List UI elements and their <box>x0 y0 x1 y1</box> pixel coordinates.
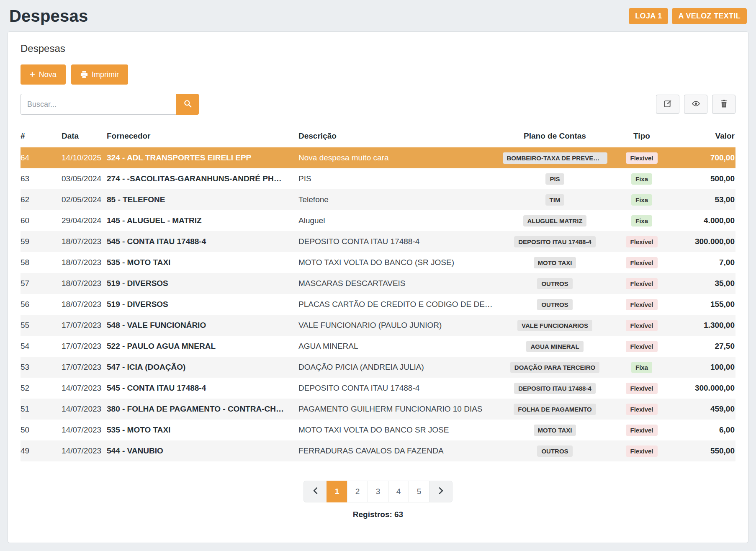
actions-row: + Nova Imprimir <box>21 64 735 85</box>
table-row[interactable]: 6414/10/2025324 - ADL TRANSPORTES EIRELI… <box>21 147 735 168</box>
page-button-3[interactable]: 3 <box>368 481 388 502</box>
row-supplier: 535 - MOTO TAXI <box>107 421 298 439</box>
page-title: Despesas <box>9 7 88 26</box>
prev-page-button[interactable] <box>303 481 327 502</box>
table-row[interactable]: 6303/05/2024274 - -SACOLITAS-GARANHUNS-A… <box>21 168 735 189</box>
company-badge[interactable]: A VELOZ TEXTIL <box>672 8 747 24</box>
table-header: # Data Fornecedor Descrição Plano de Con… <box>21 127 735 147</box>
despesas-card: Despesas + Nova Imprimir <box>8 31 748 543</box>
row-supplier: 545 - CONTA ITAU 17488-4 <box>107 232 298 251</box>
page-button-4[interactable]: 4 <box>388 481 409 502</box>
type-badge: Flexível <box>626 341 657 352</box>
chevron-right-icon <box>439 487 443 496</box>
row-date: 02/05/2024 <box>62 191 107 209</box>
table-row[interactable]: 5114/07/2023380 - FOLHA DE PAGAMENTO - C… <box>21 399 735 420</box>
table-row[interactable]: 6202/05/202485 - TELEFONETelefoneTIMFixa… <box>21 189 735 210</box>
page-button-5[interactable]: 5 <box>409 481 429 502</box>
row-value: 100,00 <box>673 358 735 376</box>
plan-badge: ALUGUEL MATRIZ <box>523 215 587 227</box>
table-row[interactable]: 5718/07/2023519 - DIVERSOSMASCARAS DESCA… <box>21 273 735 294</box>
row-supplier: 545 - CONTA ITAU 17488-4 <box>107 379 298 397</box>
edit-button[interactable] <box>656 95 679 114</box>
row-value: 27,50 <box>673 337 735 355</box>
search-input[interactable] <box>21 94 176 115</box>
expenses-table: # Data Fornecedor Descrição Plano de Con… <box>21 127 735 461</box>
row-date: 14/07/2023 <box>62 379 107 397</box>
trash-icon <box>720 100 728 109</box>
row-value: 550,00 <box>673 442 735 460</box>
store-badge[interactable]: LOJA 1 <box>629 8 668 24</box>
row-description: PAGAMENTO GUILHERM FUNCIONARIO 10 DIAS <box>298 400 499 418</box>
row-description: DOAÇÃO P/ICIA (ANDREIA JULIA) <box>298 358 499 376</box>
col-header-id: # <box>21 127 62 147</box>
row-id: 57 <box>21 274 62 293</box>
row-supplier: 519 - DIVERSOS <box>107 274 298 293</box>
table-row[interactable]: 5317/07/2023547 - ICIA (DOAÇÃO)DOAÇÃO P/… <box>21 357 735 378</box>
row-id: 55 <box>21 316 62 335</box>
row-value: 500,00 <box>673 170 735 188</box>
view-button[interactable] <box>684 95 707 114</box>
nova-button[interactable]: + Nova <box>21 64 66 85</box>
row-date: 03/05/2024 <box>62 170 107 188</box>
row-id: 64 <box>21 149 62 167</box>
type-badge: Fixa <box>631 362 652 373</box>
type-badge: Flexível <box>626 320 657 331</box>
row-id: 59 <box>21 232 62 251</box>
table-row[interactable]: 5014/07/2023535 - MOTO TAXIMOTO TAXI VOL… <box>21 420 735 440</box>
page-button-2[interactable]: 2 <box>347 481 368 502</box>
type-badge: Flexível <box>626 278 657 289</box>
col-header-supplier: Fornecedor <box>107 127 298 147</box>
row-id: 54 <box>21 337 62 355</box>
table-body: 6414/10/2025324 - ADL TRANSPORTES EIRELI… <box>21 147 735 461</box>
type-badge: Fixa <box>631 173 652 185</box>
plan-badge: MOTO TAXI <box>534 425 576 436</box>
plan-badge: DEPOSITO ITAU 17488-4 <box>514 383 596 394</box>
row-value: 7,00 <box>673 253 735 272</box>
table-row[interactable]: 5417/07/2023522 - PAULO AGUA MNERALAGUA … <box>21 336 735 357</box>
row-description: MOTO TAXI VOLTA DO BANCO SR JOSE <box>298 421 499 439</box>
type-badge: Fixa <box>631 215 652 227</box>
col-header-plan: Plano de Contas <box>499 127 610 147</box>
row-description: AGUA MINERAL <box>298 337 499 355</box>
row-description: PLACAS CARTÃO DE CREDITO E CODIGO DE DEF… <box>298 295 499 314</box>
row-value: 700,00 <box>673 149 735 167</box>
table-row[interactable]: 5618/07/2023519 - DIVERSOSPLACAS CARTÃO … <box>21 294 735 315</box>
row-action-icons <box>656 95 735 114</box>
plan-badge: OUTROS <box>537 445 572 457</box>
row-date: 14/07/2023 <box>62 400 107 418</box>
row-date: 18/07/2023 <box>62 295 107 314</box>
row-id: 62 <box>21 191 62 209</box>
row-value: 300.000,00 <box>673 232 735 251</box>
search-button[interactable] <box>176 94 199 115</box>
row-value: 35,00 <box>673 274 735 293</box>
row-description: MOTO TAXI VOLTA DO BANCO (SR JOSE) <box>298 253 499 272</box>
type-badge: Flexível <box>626 425 657 436</box>
chevron-left-icon <box>313 487 318 496</box>
row-value: 459,00 <box>673 400 735 418</box>
table-row[interactable]: 5918/07/2023545 - CONTA ITAU 17488-4DEPO… <box>21 231 735 252</box>
next-page-button[interactable] <box>429 481 453 502</box>
table-row[interactable]: 5214/07/2023545 - CONTA ITAU 17488-4DEPO… <box>21 378 735 399</box>
type-badge: Flexível <box>626 445 657 457</box>
row-supplier: 324 - ADL TRANSPORTES EIRELI EPP <box>107 149 298 167</box>
row-id: 49 <box>21 442 62 460</box>
table-row[interactable]: 4914/07/2023544 - VANUBIOFERRADURAS CAVA… <box>21 440 735 461</box>
plan-badge: MOTO TAXI <box>534 257 576 268</box>
row-date: 14/10/2025 <box>62 149 107 167</box>
table-row[interactable]: 5517/07/2023548 - VALE FUNCIONÁRIOVALE F… <box>21 315 735 336</box>
row-date: 17/07/2023 <box>62 316 107 335</box>
plan-badge: BOMBEIRO-TAXA DE PREVEN ... <box>503 152 607 164</box>
col-header-date: Data <box>62 127 107 147</box>
row-supplier: 380 - FOLHA DE PAGAMENTO - CONTRA-CH… <box>107 400 298 418</box>
row-supplier: 548 - VALE FUNCIONÁRIO <box>107 316 298 335</box>
row-description: Telefone <box>298 191 499 209</box>
plan-badge: PIS <box>545 173 564 185</box>
table-row[interactable]: 5818/07/2023535 - MOTO TAXIMOTO TAXI VOL… <box>21 252 735 273</box>
row-id: 63 <box>21 170 62 188</box>
page-button-1[interactable]: 1 <box>327 481 347 502</box>
imprimir-button[interactable]: Imprimir <box>71 64 128 85</box>
delete-button[interactable] <box>712 95 735 114</box>
table-row[interactable]: 6029/04/2024145 - ALUGUEL - MATRIZAlugue… <box>21 210 735 231</box>
row-date: 14/07/2023 <box>62 421 107 439</box>
plan-badge: OUTROS <box>537 299 572 310</box>
